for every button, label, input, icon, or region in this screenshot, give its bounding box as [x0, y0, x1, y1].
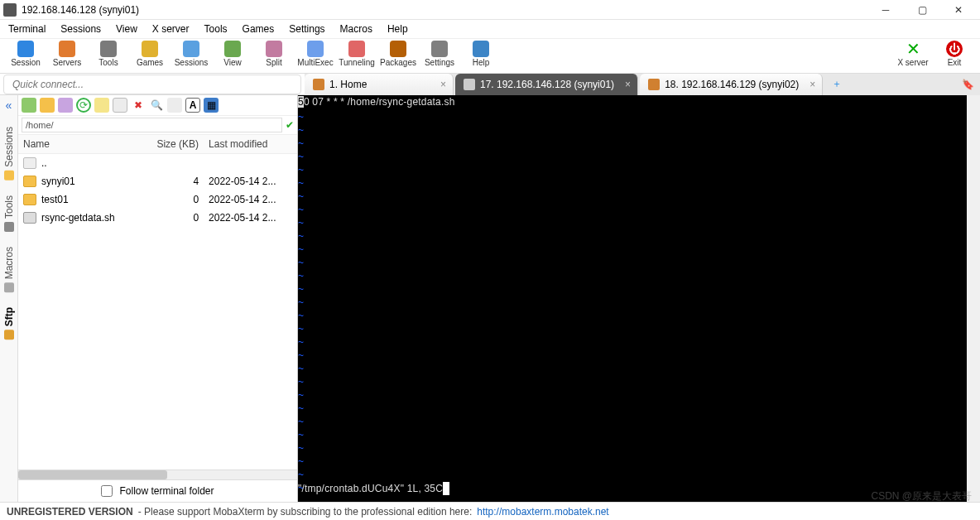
session-tabstrip: 1. Home×17. 192.168.146.128 (synyi01)×18… [305, 74, 980, 95]
tool-session[interactable]: Session [5, 41, 46, 72]
tool-help[interactable]: Help [460, 41, 502, 72]
menu-help[interactable]: Help [387, 23, 408, 35]
menu-settings[interactable]: Settings [289, 23, 324, 35]
wrench-icon [4, 222, 14, 232]
tab[interactable]: 17. 192.168.146.128 (synyi01)× [455, 74, 638, 95]
tab[interactable]: 1. Home× [305, 74, 454, 95]
globe-icon [4, 330, 14, 339]
tool-tunneling[interactable]: Tunneling [336, 41, 377, 72]
tab-close-icon[interactable]: × [625, 79, 631, 90]
bookmark-icon[interactable]: 🔖 [955, 74, 980, 95]
menu-terminal[interactable]: Terminal [8, 23, 46, 35]
tools-icon [100, 41, 117, 57]
tool-tools[interactable]: Tools [88, 41, 129, 72]
follow-terminal-checkbox[interactable] [101, 485, 113, 497]
menubar: Terminal Sessions View X server Tools Ga… [0, 20, 980, 39]
folder-icon [23, 176, 36, 187]
multiexec-icon [307, 41, 324, 57]
packages-icon [390, 41, 406, 57]
check-icon: ✔ [286, 119, 294, 131]
sidetab-macros[interactable]: Macros [3, 247, 15, 292]
sh-icon [23, 212, 36, 224]
app-icon [3, 3, 17, 17]
tool-packages[interactable]: Packages [377, 41, 419, 72]
tool-sessions[interactable]: Sessions [171, 41, 212, 72]
table-row[interactable]: .. [18, 154, 297, 173]
split-icon [266, 41, 282, 57]
titlebar: 192.168.146.128 (synyi01) ─ ▢ ✕ [0, 0, 980, 20]
sessions-icon [183, 41, 199, 57]
tool-view[interactable]: View [212, 41, 253, 72]
script-icon [4, 282, 14, 292]
col-name[interactable]: Name [18, 135, 141, 154]
refresh-icon[interactable]: ⟳ [76, 98, 91, 113]
sftp-footer: Follow terminal folder [18, 479, 297, 502]
maximize-button[interactable]: ▢ [904, 0, 940, 20]
view-icon [224, 41, 241, 57]
new-tab-button[interactable]: ＋ [824, 74, 849, 95]
sidetab-tools[interactable]: Tools [3, 195, 15, 232]
tab[interactable]: 18. 192.168.146.129 (synyi02)× [640, 74, 823, 95]
quick-connect-input[interactable] [3, 75, 301, 94]
table-row[interactable]: synyi0142022-05-14 2... [18, 172, 297, 190]
text-mode-icon[interactable]: A [185, 98, 200, 113]
home-icon[interactable] [58, 98, 73, 113]
quick-row: 1. Home×17. 192.168.146.128 (synyi01)×18… [0, 74, 980, 95]
xserver-button[interactable]: ✕ X server [892, 41, 934, 72]
sidetab-sftp[interactable]: Sftp [3, 307, 15, 339]
file-size: 4 [141, 172, 204, 190]
star-icon [4, 171, 14, 181]
col-modified[interactable]: Last modified [204, 135, 297, 154]
collapse-sidebar-button[interactable]: « [6, 99, 12, 112]
file-modified: 2022-05-14 2... [204, 172, 297, 190]
sftp-hscrollbar[interactable] [18, 469, 297, 479]
new-folder-icon[interactable] [94, 98, 109, 113]
sftp-panel: ⟳ ✖ 🔍 A ▦ ✔ Name Size (KB) Last modified… [18, 95, 298, 502]
download-icon[interactable] [22, 98, 36, 113]
toolbar: SessionServersToolsGamesSessionsViewSpli… [0, 39, 980, 74]
delete-icon[interactable]: ✖ [131, 98, 146, 113]
menu-tools[interactable]: Tools [204, 23, 228, 35]
properties-icon[interactable] [167, 98, 182, 113]
tab-close-icon[interactable]: × [440, 79, 446, 90]
menu-view[interactable]: View [116, 23, 137, 35]
upload-icon[interactable] [40, 98, 55, 113]
exit-label: Exit [948, 58, 962, 67]
terminal-status-line: "/tmp/crontab.dUCu4X" 1L, 35C [298, 482, 449, 495]
tab-icon [464, 79, 475, 90]
menu-games[interactable]: Games [243, 23, 275, 35]
sidetab-sessions[interactable]: Sessions [3, 127, 15, 181]
session-icon [17, 41, 34, 57]
status-link[interactable]: http://mobaxterm.mobatek.net [477, 506, 608, 518]
terminal[interactable]: 550 07 * * * /home/rsync-getdata.sh0 07 … [298, 95, 980, 502]
details-view-icon[interactable]: ▦ [204, 98, 219, 113]
tool-multiexec[interactable]: MultiExec [295, 41, 336, 72]
new-file-icon[interactable] [113, 98, 127, 113]
help-icon [473, 41, 489, 57]
col-size[interactable]: Size (KB) [141, 135, 204, 154]
minimize-button[interactable]: ─ [867, 0, 904, 20]
unregistered-label: UNREGISTERED VERSION [7, 506, 133, 518]
file-table: Name Size (KB) Last modified ..synyi0142… [18, 135, 297, 469]
sftp-toolbar: ⟳ ✖ 🔍 A ▦ [18, 95, 297, 116]
search-icon[interactable]: 🔍 [149, 98, 164, 113]
tool-games[interactable]: Games [129, 41, 171, 72]
tool-settings[interactable]: Settings [419, 41, 460, 72]
menu-macros[interactable]: Macros [340, 23, 372, 35]
tool-servers[interactable]: Servers [46, 41, 88, 72]
statusbar: UNREGISTERED VERSION - Please support Mo… [0, 502, 980, 520]
menu-xserver[interactable]: X server [152, 23, 190, 35]
window-title: 192.168.146.128 (synyi01) [22, 4, 139, 16]
tab-close-icon[interactable]: × [809, 79, 815, 90]
status-message: - Please support MobaXterm by subscribin… [138, 506, 473, 518]
tool-split[interactable]: Split [253, 41, 295, 72]
close-button[interactable]: ✕ [940, 0, 977, 20]
power-icon: ⏻ [946, 41, 963, 57]
table-row[interactable]: test0102022-05-14 2... [18, 190, 297, 209]
terminal-scrollbar[interactable] [967, 95, 980, 502]
menu-sessions[interactable]: Sessions [60, 23, 101, 35]
table-row[interactable]: rsync-getdata.sh02022-05-14 2... [18, 209, 297, 227]
settings-icon [431, 41, 448, 57]
path-input[interactable] [22, 118, 282, 132]
exit-button[interactable]: ⏻ Exit [934, 41, 975, 72]
